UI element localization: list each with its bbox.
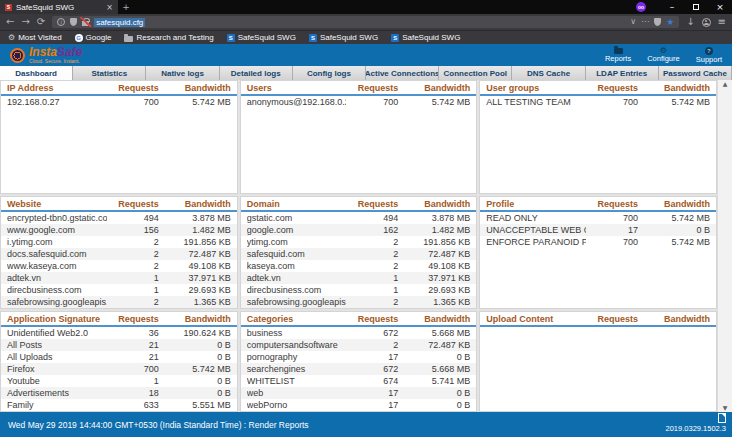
- status-bar: Wed May 29 2019 14:44:00 GMT+0530 (India…: [0, 412, 732, 437]
- row-requests: 17: [346, 388, 398, 398]
- panel-header: Website Requests Bandwidth: [1, 197, 237, 212]
- new-tab-button[interactable]: +: [118, 0, 134, 14]
- row-name: All Posts: [7, 340, 107, 350]
- table-row: READ ONLY7005.742 MB: [480, 212, 716, 224]
- panel-col-bandwidth: Bandwidth: [159, 199, 231, 209]
- tab-config-logs[interactable]: Config logs: [293, 66, 366, 80]
- tab-dashboard[interactable]: Dashboard: [0, 66, 73, 80]
- panel-rows: Unidentified Web2.036190.624 KBAll Posts…: [1, 327, 237, 411]
- tracking-protection-shield-icon[interactable]: [70, 18, 77, 26]
- row-requests: 1: [107, 273, 159, 283]
- browser-tab-title: SafeSquid SWG: [16, 3, 102, 12]
- table-row: encrypted-tbn0.gstatic.com4943.878 MB: [1, 212, 237, 224]
- panel-title: Profile: [486, 199, 586, 209]
- tab-native-logs[interactable]: Native logs: [146, 66, 219, 80]
- folder-icon: [124, 36, 133, 42]
- row-requests: 18: [107, 388, 159, 398]
- support-question-icon: ?: [705, 47, 713, 55]
- close-window-button[interactable]: ×: [708, 0, 732, 14]
- row-name: ALL TESTING TEAM: [486, 97, 586, 107]
- row-name: direcbusiness.com: [7, 285, 107, 295]
- reports-button[interactable]: Reports: [605, 47, 631, 64]
- download-icon[interactable]: ↓: [686, 17, 694, 27]
- minimize-button[interactable]: –: [660, 0, 684, 14]
- support-button[interactable]: ? Support: [696, 47, 722, 64]
- forward-button[interactable]: →: [21, 17, 29, 27]
- table-row: UNACCEPTABLE WEB CATEGORY170 B: [480, 224, 716, 236]
- row-name: searchengines: [247, 364, 347, 374]
- row-bandwidth: 5.742 MB: [398, 97, 470, 107]
- row-requests: 2: [107, 297, 159, 307]
- row-requests: 1: [346, 285, 398, 295]
- bookmark-item[interactable]: SSafeSquid SWG: [309, 33, 378, 42]
- scroll-down-icon[interactable]: ▼: [723, 404, 728, 412]
- maximize-button[interactable]: [684, 0, 708, 14]
- page-actions-icon[interactable]: ⋯: [641, 18, 649, 26]
- panel: Website Requests Bandwidth encrypted-tbn…: [0, 196, 238, 309]
- chevron-down-icon[interactable]: ∨: [630, 18, 636, 26]
- tab-ldap-entries[interactable]: LDAP Entries: [586, 66, 659, 80]
- row-name: computersandsoftware: [247, 340, 347, 350]
- tabstrip-spacer: [134, 0, 636, 14]
- vertical-scrollbar[interactable]: ▲ ▼: [717, 80, 732, 412]
- table-row: www.kaseya.com249.108 KB: [1, 260, 237, 272]
- panel: Domain Requests Bandwidth gstatic.com494…: [240, 196, 478, 309]
- panel-rows: anonymous@192.168.0.277005.742 MB: [241, 96, 477, 108]
- row-name: kaseya.com: [247, 261, 347, 271]
- bookmark-label: SafeSquid SWG: [320, 33, 378, 42]
- row-name: docs.safesquid.com: [7, 249, 107, 259]
- bookmark-item[interactable]: SSafeSquid SWG: [227, 33, 296, 42]
- row-bandwidth: 0 B: [398, 400, 470, 410]
- tab-active-connections[interactable]: Active Connections: [366, 66, 439, 80]
- row-bandwidth: 0 B: [159, 340, 231, 350]
- row-requests: 162: [346, 225, 398, 235]
- menu-icon[interactable]: ≡: [718, 17, 726, 27]
- tab-statistics[interactable]: Statistics: [73, 66, 146, 80]
- reload-button[interactable]: ⟳: [37, 17, 45, 27]
- tab-detailed-logs[interactable]: Detailed logs: [220, 66, 293, 80]
- url-text[interactable]: safesquid.cfg: [94, 18, 145, 27]
- tab-connection-pool[interactable]: Connection Pool: [439, 66, 512, 80]
- panel-rows: 192.168.0.277005.742 MB: [1, 96, 237, 108]
- back-button[interactable]: ←: [6, 17, 14, 27]
- url-bar[interactable]: i safesquid.cfg ∨ ⋯ ★: [52, 16, 679, 28]
- account-icon[interactable]: [702, 18, 711, 27]
- configure-button[interactable]: ⚙ Configure: [647, 47, 680, 64]
- row-requests: 21: [107, 352, 159, 362]
- row-requests: 494: [107, 213, 159, 223]
- bookmark-star-icon[interactable]: ★: [666, 18, 674, 27]
- bookmark-item[interactable]: Research and Testing: [124, 33, 213, 42]
- app-tab-bar: DashboardStatisticsNative logsDetailed l…: [0, 66, 732, 80]
- panel-col-bandwidth: Bandwidth: [159, 314, 231, 324]
- row-bandwidth: 1.365 KB: [398, 297, 470, 307]
- tab-password-cache[interactable]: Password Cache: [659, 66, 732, 80]
- bookmarks-bar: ⚙Most VisitedGGoogleResearch and Testing…: [0, 30, 732, 44]
- row-name: business: [247, 328, 347, 338]
- browser-tab[interactable]: S SafeSquid SWG ×: [0, 0, 118, 14]
- bookmark-item[interactable]: GGoogle: [75, 33, 112, 42]
- bookmark-item[interactable]: ⚙Most Visited: [8, 33, 62, 42]
- table-row: direcbusiness.com129.693 KB: [241, 284, 477, 296]
- row-requests: 2: [107, 237, 159, 247]
- row-requests: 672: [346, 364, 398, 374]
- row-requests: 2: [107, 261, 159, 271]
- panel-col-bandwidth: Bandwidth: [638, 199, 710, 209]
- document-icon[interactable]: [718, 413, 726, 423]
- panel-col-bandwidth: Bandwidth: [398, 83, 470, 93]
- bookmark-item[interactable]: SSafeSquid SWG: [391, 33, 460, 42]
- table-row: Youtube10 B: [1, 375, 237, 387]
- row-bandwidth: 72.487 KB: [159, 249, 231, 259]
- insecure-lock-icon[interactable]: [82, 21, 89, 26]
- bookmark-label: Research and Testing: [136, 33, 213, 42]
- panel-header: Upload Content Requests Bandwidth: [480, 312, 716, 327]
- tab-close-icon[interactable]: ×: [106, 3, 113, 12]
- table-row: www.google.com1561.482 MB: [1, 224, 237, 236]
- row-name: gstatic.com: [247, 213, 347, 223]
- row-name: WHITELIST: [247, 376, 347, 386]
- page-shield-icon[interactable]: [654, 18, 661, 26]
- site-info-icon[interactable]: i: [57, 18, 65, 26]
- table-row: safebrowsing.googleapis.com21.365 KB: [1, 296, 237, 308]
- scroll-up-icon[interactable]: ▲: [723, 80, 728, 88]
- tab-dns-cache[interactable]: DNS Cache: [512, 66, 585, 80]
- extension-icon[interactable]: oo: [636, 2, 646, 12]
